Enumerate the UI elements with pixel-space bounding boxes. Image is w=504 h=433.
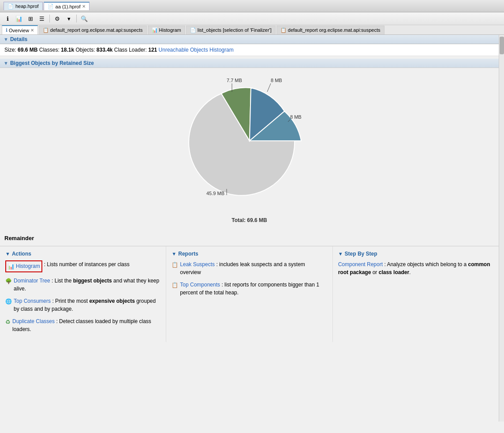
details-classloader-label: Class Loader: <box>114 47 148 53</box>
top-consumers-icon: 🌐 <box>5 297 12 305</box>
tab-overview-close[interactable]: ✕ <box>30 28 34 33</box>
tab-histogram-label: Histogram <box>159 27 181 33</box>
toolbar-settings-button[interactable]: ⚙ <box>52 14 62 23</box>
label-8mb-right: 8 MB <box>290 114 302 120</box>
content-scroll[interactable]: ▼ Details Size: 69.6 MB Classes: 18.1k O… <box>0 35 499 422</box>
leak-suspects-link[interactable]: Leak Suspects <box>180 261 215 267</box>
details-arrow-icon: ▼ <box>4 37 8 42</box>
chart-total-label: Total: 69.6 MB <box>231 217 267 223</box>
scrollbar[interactable] <box>499 35 504 422</box>
toolbar-info-button[interactable]: ℹ <box>3 14 12 23</box>
tab-list-objects-icon: 📄 <box>190 27 196 33</box>
top-components-link[interactable]: Top Components <box>180 282 220 288</box>
leak-suspects-icon: 📋 <box>172 261 178 269</box>
dominator-tree-bold1: biggest objects <box>73 278 112 284</box>
top-consumers-desc-prefix: : Print the most <box>52 298 89 304</box>
top-consumers-link[interactable]: Top Consumers <box>14 298 51 304</box>
tab-list-objects-label: list_objects [selection of 'Finalizer'] <box>198 27 272 33</box>
tab-default-report2[interactable]: 📋 default_report org.eclipse.mat.api:sus… <box>276 26 385 34</box>
tab-histogram[interactable]: 📊 Histogram <box>148 26 185 34</box>
aa1-tab-close[interactable]: ✕ <box>82 4 86 9</box>
actions-arrow-icon: ▼ <box>5 251 10 256</box>
component-report-text: Component Report : Analyze objects which… <box>338 260 493 276</box>
duplicate-classes-link[interactable]: Duplicate Classes <box>12 318 55 324</box>
biggest-objects-title: Biggest Objects by Retained Size <box>10 60 94 66</box>
col-reports: ▼ Reports 📋 Leak Suspects : includes lea… <box>166 246 332 342</box>
details-classes-label: Classes: <box>39 47 61 53</box>
details-section-title: Details <box>10 36 27 42</box>
label-7-7mb: 7.7 MB <box>227 78 242 83</box>
tab-default-report2-label: default_report org.eclipse.mat.api:suspe… <box>288 27 381 33</box>
pie-container: 7.7 MB 8 MB 8 MB 45.9 MB <box>175 72 325 214</box>
label-8mb-top: 8 MB <box>271 78 282 83</box>
toolbar-search-button[interactable]: 🔍 <box>79 14 89 23</box>
tab-overview-label: Overview <box>9 28 29 33</box>
details-size-value: 69.6 MB <box>18 47 37 53</box>
details-section-header[interactable]: ▼ Details <box>0 35 499 44</box>
histogram-icon: 📊 <box>7 262 15 271</box>
biggest-objects-section-header[interactable]: ▼ Biggest Objects by Retained Size <box>0 59 499 68</box>
top-consumers-bold: expensive objects <box>89 298 134 304</box>
title-tab-heap[interactable]: 📄 heap.hprof <box>4 2 43 10</box>
unreachable-objects-link[interactable]: Unreachable Objects Histogram <box>159 47 234 53</box>
details-size-label: Size: <box>4 47 18 53</box>
leak-suspects-text: Leak Suspects : includes leak suspects a… <box>180 260 327 276</box>
toolbar-list-button[interactable]: ☰ <box>37 14 47 23</box>
toolbar-separator2 <box>76 15 77 23</box>
actions-title: Actions <box>12 251 31 257</box>
toolbar-barchart-button[interactable]: 📊 <box>14 14 24 23</box>
dominator-tree-text: Dominator Tree : List the biggest object… <box>14 277 161 293</box>
action-item-duplicate-classes: ♻ Duplicate Classes : Detect classes loa… <box>5 317 161 333</box>
biggest-objects-arrow-icon: ▼ <box>4 60 8 66</box>
content-wrapper: ▼ Details Size: 69.6 MB Classes: 18.1k O… <box>0 35 504 422</box>
line-8mb-top <box>267 83 271 92</box>
tab-overview-icon: ℹ <box>6 27 7 33</box>
step-item-component-report: Component Report : Analyze objects which… <box>338 260 493 276</box>
toolbar-separator1 <box>49 15 50 23</box>
toolbar-dropdown-button[interactable]: ▾ <box>64 14 74 23</box>
reports-title: Reports <box>178 251 198 257</box>
title-tab-aa1[interactable]: 📄 aa (1).hprof ✕ <box>44 2 90 10</box>
component-report-desc-suffix: . <box>409 269 411 275</box>
duplicate-classes-icon: ♻ <box>5 318 11 327</box>
tab-default-report1-label: default_report org.eclipse.mat.api:suspe… <box>50 27 143 33</box>
step-by-step-arrow-icon: ▼ <box>338 251 343 256</box>
report-item-top-components: 📋 Top Components : list reports for comp… <box>172 281 327 297</box>
tabs-row: ℹ Overview ✕ 📋 default_report org.eclips… <box>0 25 504 35</box>
dominator-tree-icon: 🌳 <box>5 277 12 285</box>
toolbar: ℹ 📊 ⊞ ☰ ⚙ ▾ 🔍 <box>0 12 504 25</box>
step-by-step-header: ▼ Step By Step <box>338 251 493 257</box>
tab-overview[interactable]: ℹ Overview ✕ <box>2 25 38 34</box>
details-objects-label: Objects: <box>75 47 96 53</box>
scrollbar-thumb[interactable] <box>500 37 504 54</box>
step-by-step-title: Step By Step <box>345 251 377 257</box>
report-item-leak-suspects: 📋 Leak Suspects : includes leak suspects… <box>172 260 327 276</box>
label-45-9mb: 45.9 MB <box>206 191 224 196</box>
component-report-desc-prefix: : Analyze objects which belong to a <box>384 261 468 267</box>
col-actions: ▼ Actions 📊 Histogram : Lists number of … <box>0 246 166 342</box>
top-components-icon: 📋 <box>172 281 178 289</box>
histogram-description: : Lists number of instances per class <box>44 260 130 268</box>
component-report-link[interactable]: Component Report <box>338 261 383 267</box>
histogram-highlight-box: 📊 Histogram <box>5 260 42 272</box>
details-bar: Size: 69.6 MB Classes: 18.1k Objects: 83… <box>0 44 499 56</box>
histogram-link[interactable]: Histogram <box>16 262 40 270</box>
heap-tab-icon: 📄 <box>7 4 14 9</box>
dominator-tree-link[interactable]: Dominator Tree <box>14 278 50 284</box>
tab-list-objects[interactable]: 📄 list_objects [selection of 'Finalizer'… <box>186 26 276 34</box>
toolbar-table-button[interactable]: ⊞ <box>26 14 35 23</box>
remainder-label: Remainder <box>0 232 499 246</box>
aa1-tab-label: aa (1).hprof <box>56 4 81 9</box>
action-item-dominator-tree: 🌳 Dominator Tree : List the biggest obje… <box>5 277 161 293</box>
top-consumers-text: Top Consumers : Print the most expensive… <box>14 297 161 313</box>
reports-arrow-icon: ▼ <box>172 251 176 256</box>
col-step-by-step: ▼ Step By Step Component Report : Analyz… <box>333 246 499 342</box>
details-classes-value: 18.1k <box>61 47 74 53</box>
dominator-tree-desc-prefix: : List the <box>52 278 73 284</box>
tab-default-report1[interactable]: 📋 default_report org.eclipse.mat.api:sus… <box>39 26 147 34</box>
component-report-bold2: class loader <box>379 269 409 275</box>
tab-default-report1-icon: 📋 <box>43 27 49 33</box>
reports-header: ▼ Reports <box>172 251 327 257</box>
aa1-tab-icon: 📄 <box>48 4 54 9</box>
top-components-text: Top Components : list reports for compon… <box>180 281 327 297</box>
